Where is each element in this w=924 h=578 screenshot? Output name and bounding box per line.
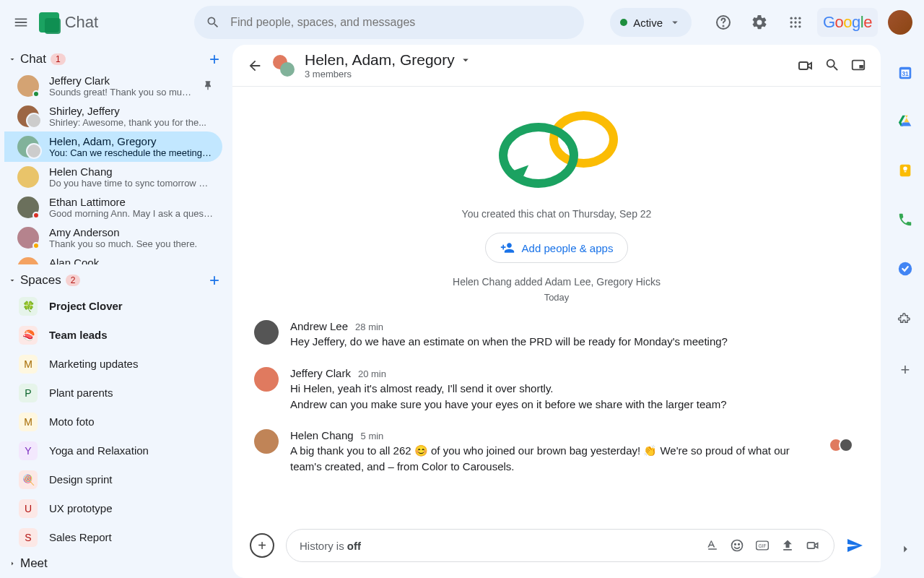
upload-button[interactable] — [780, 538, 795, 553]
welcome-graphic — [492, 108, 622, 195]
send-icon — [846, 537, 863, 554]
present-button[interactable] — [850, 57, 866, 74]
chat-preview: Sounds great! Thank you so much Ann! — [49, 87, 192, 98]
chat-section-header[interactable]: Chat 1 + — [4, 48, 232, 71]
video-icon — [797, 57, 814, 74]
status-label: Active — [633, 17, 663, 29]
format-button[interactable] — [705, 538, 720, 553]
spaces-section-header[interactable]: Spaces 2 + — [4, 269, 232, 292]
keep-app-button[interactable] — [891, 156, 920, 185]
space-avatar: Y — [19, 441, 38, 460]
calendar-icon: 31 — [897, 64, 913, 80]
help-icon — [715, 14, 732, 31]
svg-rect-11 — [799, 62, 808, 69]
presence-dot — [32, 90, 40, 98]
space-avatar: U — [19, 499, 38, 518]
chat-avatar — [17, 197, 39, 218]
chevron-down-icon — [668, 16, 681, 29]
chevron-right-icon — [7, 558, 17, 569]
space-name: Moto foto — [49, 415, 95, 428]
space-item[interactable]: U UX prototype — [4, 494, 232, 523]
drive-icon — [897, 113, 913, 129]
new-chat-button[interactable]: + — [205, 49, 224, 69]
settings-button[interactable] — [745, 8, 774, 37]
space-item[interactable]: 🍭 Design sprint — [4, 465, 232, 494]
message-time: 28 min — [355, 322, 383, 332]
chevron-down-icon — [7, 54, 17, 64]
voice-app-button[interactable] — [891, 205, 920, 234]
new-space-button[interactable]: + — [205, 270, 224, 290]
meet-section-header[interactable]: Meet — [4, 552, 232, 575]
chevron-down-icon — [7, 275, 17, 285]
chat-item[interactable]: Jeffery Clark Sounds great! Thank you so… — [4, 71, 222, 101]
spaces-section-title: Spaces — [20, 273, 61, 288]
message-text: Hi Helen, yeah it's almost ready, I'll s… — [290, 381, 817, 413]
apps-button[interactable] — [781, 8, 810, 37]
search-bar[interactable] — [194, 6, 584, 39]
chat-name: Ethan Lattimore — [49, 196, 214, 208]
message-avatar — [254, 429, 279, 454]
presence-dot — [32, 212, 40, 219]
search-conversation-button[interactable] — [824, 57, 840, 74]
chat-item[interactable]: Helen Chang Do you have time to sync tom… — [4, 162, 222, 192]
space-name: Sales Report — [49, 531, 112, 543]
back-button[interactable] — [247, 58, 263, 74]
space-item[interactable]: M Marketing updates — [4, 350, 232, 379]
space-item[interactable]: 🍀 Project Clover — [4, 292, 232, 321]
chat-item[interactable]: Alan Cook Good morning everybody. — [4, 253, 222, 264]
chat-item[interactable]: Helen, Adam, Gregory You: Can we resched… — [4, 131, 222, 162]
add-people-button[interactable]: Add people & apps — [485, 233, 629, 263]
account-avatar[interactable] — [888, 10, 912, 35]
collapse-panel-button[interactable] — [891, 535, 920, 564]
chat-avatar — [17, 105, 39, 127]
chat-preview: You: Can we reschedule the meeting for..… — [49, 147, 214, 158]
search-input[interactable] — [230, 16, 572, 29]
tasks-app-button[interactable] — [891, 254, 920, 283]
chat-item[interactable]: Shirley, Jeffery Shirley: Awesome, thank… — [4, 101, 222, 131]
chat-section-title: Chat — [20, 52, 46, 66]
status-selector[interactable]: Active — [610, 8, 692, 37]
emoji-button[interactable] — [730, 538, 744, 553]
message-avatar — [254, 367, 279, 392]
message: Helen Chang 5 min A big thank you to all… — [254, 429, 817, 475]
space-item[interactable]: S Sales Report — [4, 523, 232, 552]
svg-rect-19 — [808, 543, 815, 548]
conversation-title[interactable]: Helen, Adam, Gregory — [305, 51, 472, 69]
chat-preview: Thank you so much. See you there. — [49, 238, 214, 249]
help-button[interactable] — [709, 8, 738, 37]
message-author: Jeffery Clark — [290, 367, 351, 379]
chat-name: Shirley, Jeffery — [49, 105, 214, 117]
app-name: Chat — [65, 13, 98, 32]
message-composer[interactable]: History is off GIF — [286, 529, 834, 562]
message: Andrew Lee 28 min Hey Jeffery, do we hav… — [254, 320, 817, 350]
main-menu-button[interactable] — [12, 8, 30, 37]
attachment-button[interactable]: + — [250, 533, 274, 558]
space-item[interactable]: M Moto foto — [4, 407, 232, 436]
chat-name: Helen, Adam, Gregory — [49, 135, 214, 147]
keep-icon — [897, 163, 913, 178]
chat-item[interactable]: Ethan Lattimore Good morning Ann. May I … — [4, 192, 222, 223]
svg-point-9 — [794, 25, 796, 27]
space-item[interactable]: P Plant parents — [4, 379, 232, 407]
drive-app-button[interactable] — [891, 107, 920, 136]
video-upload-button[interactable] — [805, 538, 821, 553]
gif-button[interactable]: GIF — [754, 538, 770, 553]
chat-avatar — [17, 75, 39, 97]
side-panel: 31 + — [886, 45, 924, 578]
presence-dot — [32, 242, 40, 249]
space-item[interactable]: Y Yoga and Relaxation — [4, 436, 232, 465]
addons-button[interactable] — [891, 303, 920, 332]
calendar-app-button[interactable]: 31 — [891, 58, 920, 87]
svg-point-3 — [794, 17, 796, 20]
video-call-button[interactable] — [797, 57, 814, 74]
svg-point-16 — [738, 544, 740, 545]
chat-item[interactable]: Amy Anderson Thank you so much. See you … — [4, 223, 222, 253]
chat-preview: Do you have time to sync tomorrow mori..… — [49, 178, 214, 189]
chat-badge: 1 — [51, 53, 66, 65]
space-item[interactable]: 🍣 Team leads — [4, 321, 232, 350]
message-reactions[interactable] — [833, 438, 853, 452]
add-app-button[interactable]: + — [891, 355, 920, 384]
space-name: Project Clover — [49, 300, 123, 312]
send-button[interactable] — [846, 537, 863, 554]
sidebar: Chat 1 + Jeffery Clark Sounds great! Tha… — [0, 45, 232, 578]
